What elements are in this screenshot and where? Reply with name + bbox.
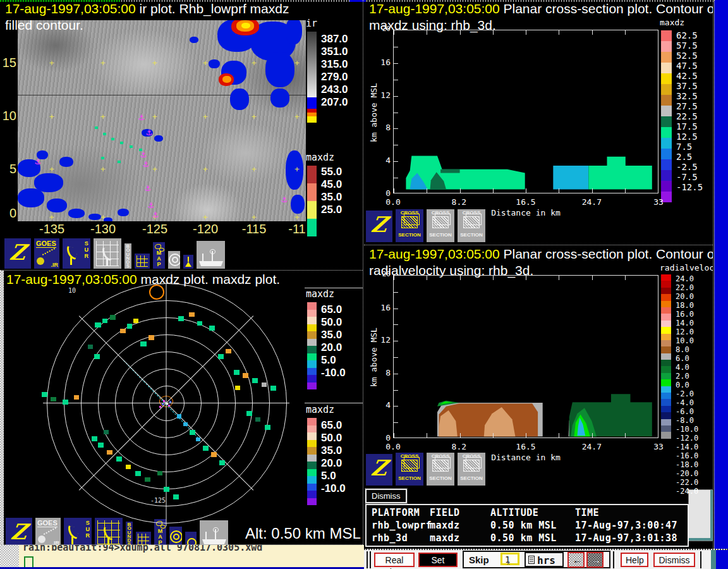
bounds-button[interactable]: B O U N D S: [125, 521, 133, 545]
colorbar-title: radialvelocity: [660, 263, 713, 272]
gridradar-button[interactable]: [93, 238, 122, 269]
goes-button[interactable]: GOES.IR: [35, 517, 61, 545]
colorbar-segment: [307, 183, 317, 201]
radar-cell: [127, 324, 132, 329]
sur-button[interactable]: S U R: [62, 238, 91, 269]
scrollbar-thumb[interactable]: [689, 490, 713, 541]
ship-button[interactable]: [199, 520, 229, 545]
table-cell: maxdz: [430, 520, 460, 531]
panel-title: 17-aug-1997,03:05:00 Planar cross-sectio…: [369, 247, 713, 262]
real-time-button[interactable]: Real Time: [374, 553, 415, 567]
colorbar-tick-label: -18.0: [676, 460, 698, 469]
zebra-logo-button[interactable]: Z: [365, 453, 393, 486]
status-dismiss-button[interactable]: Dismiss: [365, 489, 407, 503]
colorbar-tick-label: 22.5: [676, 111, 703, 121]
radar-overlay-speck: [95, 126, 98, 129]
radar-cell: [173, 494, 179, 499]
rings-button[interactable]: [169, 526, 183, 545]
dismiss-button[interactable]: Dismiss: [653, 553, 695, 567]
colorbar-segment: [661, 360, 671, 366]
step-back-button[interactable]: ←: [567, 552, 585, 568]
radar-cell: [203, 446, 209, 451]
buoy-button[interactable]: [183, 254, 194, 269]
colorbar-tick-label: 45.0: [321, 178, 342, 191]
y-axis-tick-label: 0: [1, 206, 16, 221]
zebra-logo-button[interactable]: Z: [5, 517, 33, 545]
radar-cell: [265, 425, 270, 430]
panel-cross-section-radialvelocity: 17-aug-1997,03:05:00 Planar cross-sectio…: [364, 245, 713, 549]
help-button[interactable]: Help: [621, 553, 648, 567]
radar-cell: [235, 386, 240, 390]
colorbar-segment: [307, 462, 317, 469]
y-axis-tick-label: 4: [374, 400, 391, 410]
cross-button[interactable]: CROSSSECTION: [395, 209, 424, 243]
cross-button[interactable]: CROSSSECTION: [426, 452, 455, 486]
table-cell: maxdz: [430, 532, 460, 544]
set-time-button[interactable]: Set Time: [418, 553, 458, 567]
cross-button[interactable]: CROSSSECTION: [426, 209, 455, 243]
section-label: SECTION: [396, 475, 423, 481]
desktop-background-strip: [714, 0, 728, 569]
colorbar-segment: [661, 274, 671, 281]
cloud-blob: [270, 89, 289, 107]
table-cell: 17-Aug-97,3:00:47: [575, 520, 677, 531]
colorbar-segment: [661, 127, 672, 138]
ship-track-marker: ⚓: [148, 201, 155, 210]
radar-annotation-10: 10: [68, 287, 76, 294]
circle-button[interactable]: [185, 531, 197, 545]
step-forward-button[interactable]: →: [586, 552, 604, 568]
colorbar-segment: [661, 334, 671, 340]
radar-cell: [246, 411, 252, 416]
radar-cell: [183, 422, 188, 426]
radar-cell: [197, 321, 202, 326]
radar-cell: [219, 460, 225, 465]
ship-track-marker: ⚓: [146, 128, 153, 137]
axis-tick: [526, 30, 526, 35]
y-axis-tick-label: 0: [374, 433, 391, 443]
colorbar-segment: [661, 386, 671, 393]
map-button[interactable]: M A P: [152, 242, 166, 269]
plot-title-text: ir plot. Rhb_lowprf maxdz: [136, 1, 289, 16]
ship-button[interactable]: [196, 240, 226, 269]
grid-cross-marker: +: [252, 164, 257, 174]
minigrid-button[interactable]: [134, 253, 150, 269]
mini-grid-icon: [138, 534, 149, 545]
terminal-window[interactable]: rain:beaufait:94>xdump.all 970817.0305.x…: [0, 545, 364, 569]
cross-button[interactable]: CROSSSECTION: [395, 452, 424, 486]
sur-button[interactable]: S U R: [63, 517, 92, 545]
platform-status-table: PLATFORMFIELDALTITUDETIMErhb_lowprfmaxdz…: [365, 504, 689, 547]
skip-value-input[interactable]: 1: [500, 553, 519, 565]
zebra-logo-button[interactable]: Z: [4, 238, 32, 269]
x-axis-tick-label: -115: [242, 222, 267, 236]
axis-tick: [394, 188, 394, 193]
bounds-button[interactable]: B O U N D S: [124, 243, 132, 269]
rings-button[interactable]: [167, 250, 181, 269]
colorbar-tick-label: 62.5: [676, 30, 703, 40]
radar-cell: [243, 373, 248, 378]
gridradar-button[interactable]: [94, 517, 123, 545]
y-axis-tick-label: 5: [1, 162, 16, 176]
x-axis-tick-label: -135: [39, 222, 64, 236]
axis-tick: [625, 433, 626, 437]
grid-cross-marker: +: [100, 112, 106, 121]
satellite-beam-icon: [44, 527, 56, 535]
cross-button[interactable]: CROSSSECTION: [457, 209, 486, 243]
goes-button[interactable]: GOES.IR: [33, 238, 60, 269]
colorbar-segment: [307, 484, 317, 491]
panel-ppi-radar: 17-aug-1997,03:05:00 maxdz plot. maxdz p…: [0, 271, 363, 545]
radar-cell: [234, 370, 240, 375]
minigrid-button[interactable]: [135, 531, 152, 545]
radar-stem-icon: [71, 537, 73, 544]
colorbar-segment: [307, 166, 317, 183]
axis-tick: [625, 188, 626, 193]
divider: [700, 551, 701, 568]
cloud-blob: [230, 89, 249, 110]
radar-overlay-speck: [111, 138, 114, 140]
hours-unit-button[interactable]: hrs: [525, 552, 564, 567]
zebra-logo-button[interactable]: Z: [365, 210, 393, 243]
colorbar-segment: [661, 327, 671, 333]
colorbar-tick-label: 35.0: [321, 191, 342, 204]
colorbar-tick-label: 16.0: [676, 310, 698, 319]
cloud-blob: [88, 214, 101, 220]
cross-button[interactable]: CROSSSECTION: [457, 452, 486, 486]
